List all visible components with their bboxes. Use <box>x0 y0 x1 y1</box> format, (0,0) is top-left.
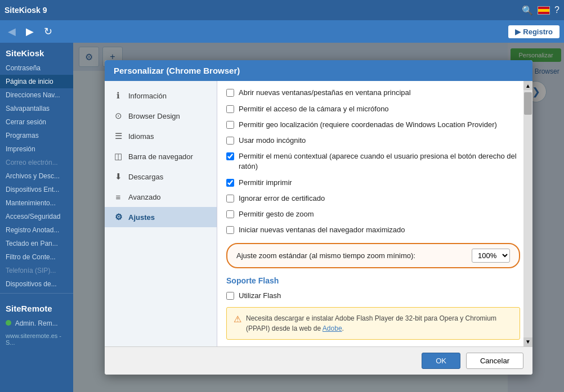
modal-nav-ajustes[interactable]: ⚙ Ajustes <box>105 207 217 227</box>
sidebar-item-salvapantallas[interactable]: Salvapantallas <box>0 102 73 115</box>
top-bar: SiteKiosk 9 🔍 ? <box>0 0 564 20</box>
checkbox-ventanas-label: Abrir nuevas ventanas/pestañas en ventan… <box>239 88 411 98</box>
app-title: SiteKiosk 9 <box>5 6 518 15</box>
scroll-thumb[interactable] <box>524 92 532 115</box>
checkbox-menu-contextual[interactable] <box>226 152 234 160</box>
checkbox-gesto-zoom-label: Permitir gesto de zoom <box>239 209 314 219</box>
modal-nav-barra-label: Barra de navegador <box>128 152 193 161</box>
checkbox-flash-label: Utilizar Flash <box>239 291 281 301</box>
flash-section-title: Soporte Flash <box>226 276 520 285</box>
modal-dialog: Personalizar (Chrome Browser) ℹ Informac… <box>105 60 532 374</box>
modal-sidebar: ℹ Información ⊙ Browser Design ☰ Idiomas <box>105 81 217 346</box>
check-row-flash: Utilizar Flash <box>226 291 520 301</box>
ok-button[interactable]: OK <box>422 353 460 369</box>
register-icon: ▶ <box>515 28 521 36</box>
register-label: Registro <box>523 28 553 36</box>
back-button[interactable]: ◀ <box>5 24 19 39</box>
sidebar-item-impresion[interactable]: Impresión <box>0 142 73 156</box>
modal-nav-informacion-label: Información <box>128 92 167 100</box>
scroll-track <box>523 90 532 337</box>
zoom-select[interactable]: 100% 50% 75% 125% 150% 200% <box>472 249 510 263</box>
checkbox-incognito[interactable] <box>226 137 234 145</box>
sidebar-item-mantenimiento[interactable]: Mantenimiento... <box>0 196 73 210</box>
checkbox-imprimir-label: Permitir imprimir <box>239 178 292 188</box>
checkbox-imprimir[interactable] <box>226 179 234 187</box>
checkbox-geolocalizacion-label: Permitir geo localización (requiere coor… <box>239 120 497 130</box>
sidebar-item-dispositivos-ent[interactable]: Dispositivos Ent... <box>0 183 73 196</box>
sidebar-item-archivos[interactable]: Archivos y Desc... <box>0 169 73 183</box>
sidebar-remote-url: www.siteremote.es - S... <box>0 330 73 348</box>
check-row-9: Iniciar nuevas ventanas del navegador ma… <box>226 225 520 235</box>
sidebar-item-programas[interactable]: Programas <box>0 129 73 142</box>
check-row-6: Permitir imprimir <box>226 178 520 188</box>
checkbox-maximizado[interactable] <box>226 226 234 234</box>
sidebar-item-acceso[interactable]: Acceso/Seguridad <box>0 210 73 223</box>
scroll-down-arrow[interactable]: ▼ <box>523 337 532 346</box>
sidebar-section1-title: SiteKiosk <box>0 43 73 61</box>
check-row-1: Abrir nuevas ventanas/pestañas en ventan… <box>226 88 520 98</box>
modal-nav-barra[interactable]: ◫ Barra de navegador <box>105 146 217 166</box>
refresh-button[interactable]: ↻ <box>41 24 56 39</box>
register-button[interactable]: ▶ Registro <box>508 25 559 38</box>
content-area: ⚙ + Personalizar Crome Browser ❯ Persona… <box>73 43 564 392</box>
checkbox-gesto-zoom[interactable] <box>226 210 234 218</box>
descargas-icon: ⬇ <box>113 171 124 182</box>
checkbox-ventanas[interactable] <box>226 89 234 97</box>
sidebar-item-telefonia: Telefonía (SIP)... <box>0 264 73 277</box>
nav-bar: ◀ ▶ ↻ ▶ Registro <box>0 20 564 43</box>
sidebar-item-teclado[interactable]: Teclado en Pan... <box>0 237 73 250</box>
avanzado-icon: ≡ <box>113 191 124 202</box>
warning-icon: ⚠ <box>234 314 241 325</box>
sidebar-item-dispositivos-de[interactable]: Dispositivos de... <box>0 277 73 291</box>
sidebar-item-direcciones[interactable]: Direcciones Nav... <box>0 88 73 102</box>
language-flag[interactable] <box>538 6 550 15</box>
info-icon: ℹ <box>113 90 124 101</box>
modal-scrollbar[interactable]: ▲ ▼ <box>523 81 532 346</box>
modal-body: ℹ Información ⊙ Browser Design ☰ Idiomas <box>105 81 532 346</box>
main-layout: SiteKiosk Contraseña Página de inicio Di… <box>0 43 564 392</box>
ajustes-icon: ⚙ <box>113 211 124 223</box>
sidebar-item-registro[interactable]: Registro Anotad... <box>0 223 73 237</box>
zoom-label: Ajuste zoom estándar (al mismo tiempo zo… <box>236 251 466 260</box>
sidebar-item-inicio[interactable]: Página de inicio <box>0 75 73 88</box>
checkbox-maximizado-label: Iniciar nuevas ventanas del navegador ma… <box>239 225 405 235</box>
scroll-up-arrow[interactable]: ▲ <box>523 81 532 90</box>
cancel-button[interactable]: Cancelar <box>466 353 523 369</box>
checkbox-menu-contextual-label: Permitir el menú contextual (aparece cua… <box>239 151 520 172</box>
checkbox-camara[interactable] <box>226 105 234 113</box>
forward-button[interactable]: ▶ <box>23 24 37 39</box>
checkbox-camara-label: Permitir el acceso de la cámara y el mic… <box>239 104 389 114</box>
modal-nav-descargas[interactable]: ⬇ Descargas <box>105 166 217 187</box>
check-row-5: Permitir el menú contextual (aparece cua… <box>226 151 520 172</box>
browser-design-icon: ⊙ <box>113 110 124 121</box>
modal-title: Personalizar (Chrome Browser) <box>114 66 240 75</box>
checkbox-certificado-label: Ignorar error de certificado <box>239 193 325 204</box>
checkbox-certificado[interactable] <box>226 195 234 202</box>
modal-nav-avanzado-label: Avanzado <box>128 193 161 201</box>
check-row-2: Permitir el acceso de la cámara y el mic… <box>226 104 520 114</box>
remote-admin-label: Admin. Rem... <box>15 319 58 327</box>
top-bar-icons: 🔍 ? <box>522 5 559 16</box>
sidebar-remote-line1[interactable]: Admin. Rem... <box>0 317 73 330</box>
barra-icon: ◫ <box>113 151 124 162</box>
modal-nav-idiomas[interactable]: ☰ Idiomas <box>105 126 217 146</box>
modal-nav-avanzado[interactable]: ≡ Avanzado <box>105 187 217 207</box>
modal-nav-descargas-label: Descargas <box>128 173 163 181</box>
modal-nav-informacion[interactable]: ℹ Información <box>105 85 217 106</box>
sidebar-item-filtro[interactable]: Filtro de Conte... <box>0 250 73 264</box>
flash-warning-text: Necesita descargar e instalar Adobe Flas… <box>246 313 513 334</box>
search-icon[interactable]: 🔍 <box>522 5 533 16</box>
checkbox-geolocalizacion[interactable] <box>226 121 234 129</box>
checkbox-flash[interactable] <box>226 292 234 300</box>
sidebar-item-cerrar[interactable]: Cerrar sesión <box>0 115 73 129</box>
modal-nav-browser-design[interactable]: ⊙ Browser Design <box>105 106 217 126</box>
zoom-row: Ajuste zoom estándar (al mismo tiempo zo… <box>226 243 520 268</box>
modal-footer: OK Cancelar <box>105 346 532 375</box>
idiomas-icon: ☰ <box>113 130 124 142</box>
sidebar-item-correo: Correo electrón... <box>0 156 73 169</box>
checkbox-incognito-label: Usar modo incógnito <box>239 136 306 146</box>
adobe-link[interactable]: Adobe <box>323 325 342 332</box>
sidebar-item-contrasena[interactable]: Contraseña <box>0 61 73 75</box>
help-icon[interactable]: ? <box>554 5 559 15</box>
check-row-3: Permitir geo localización (requiere coor… <box>226 120 520 130</box>
